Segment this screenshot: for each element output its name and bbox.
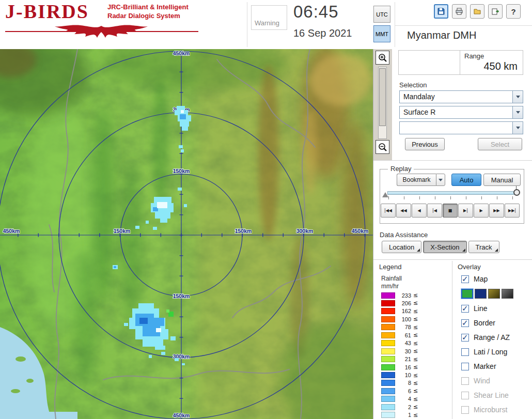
option-dropdown-button[interactable] [513,121,523,134]
clock-time: 06:45 [293,2,339,22]
transport-glyph: ■ [448,208,452,213]
ring-label: 300km [296,228,314,234]
scrollbar-thumb[interactable] [379,68,386,126]
option-dropdown-value[interactable] [399,121,513,134]
replay-timeline-slider[interactable] [387,191,517,195]
legend-color-swatch [381,396,395,402]
legend-entry: 16 ≤ [381,364,418,370]
legend-value: 43 [397,340,411,346]
magnifier-minus-icon [378,142,388,152]
map-style-navy-swatch[interactable] [475,289,487,299]
checkbox[interactable] [461,363,469,370]
legend-operator: ≤ [413,364,418,370]
option-dropdown[interactable] [399,121,523,134]
play-button[interactable]: ▶ [474,204,489,218]
jump-to-end-button[interactable]: ▶▶| [505,204,520,218]
transport-glyph: |◀◀ [384,208,392,213]
legend-color-swatch [381,308,395,314]
legend-operator: ≤ [413,404,418,410]
legend-color-swatch [381,372,395,378]
transport-glyph: ◀ [417,208,420,213]
product-dropdown-button[interactable] [513,106,523,119]
open-folder-button[interactable] [470,4,484,19]
ring-label: 450km [352,228,369,234]
play-reverse-button[interactable]: ◀ [412,204,427,218]
header-divider [395,2,395,47]
product-dropdown-value[interactable]: Surface R [399,106,513,119]
map-style-green-swatch[interactable] [461,289,473,299]
map-vertical-scrollbar[interactable] [378,67,387,139]
ring-label: 450km [173,50,190,56]
site-dropdown-button[interactable] [513,90,523,103]
zoom-out-button[interactable] [375,140,389,154]
legend-operator: ≤ [413,348,418,354]
site-dropdown[interactable]: Mandalay [399,90,523,103]
fast-rewind-button[interactable]: ◀◀ [396,204,411,218]
overlay-item-label: Wind [474,377,490,385]
checkbox[interactable] [461,305,469,313]
site-dropdown-value[interactable]: Mandalay [399,90,513,103]
zoom-in-button[interactable] [375,51,389,65]
map-style-gray-swatch[interactable] [502,289,513,299]
print-button[interactable] [452,4,466,19]
legend-color-swatch [381,332,395,338]
panel-divider [373,160,532,161]
checkbox[interactable] [461,377,469,385]
step-back-button[interactable]: |◀ [427,204,442,218]
checkbox[interactable] [461,275,469,283]
export-icon [491,7,500,16]
legend-color-swatch [381,380,395,386]
product-dropdown[interactable]: Surface R [399,106,523,119]
bookmark-dropdown-button[interactable]: Bookmark [397,174,445,186]
checkbox[interactable] [461,406,469,414]
help-button[interactable]: ? [506,4,521,19]
overlay-item-label: Map [474,275,488,283]
overlay-item-border: Border [461,316,530,330]
legend-color-swatch [381,340,395,346]
location-button[interactable]: Location [382,241,421,253]
checkbox[interactable] [461,334,469,342]
previous-button[interactable]: Previous [405,138,445,150]
auto-mode-button[interactable]: Auto [451,174,481,186]
overlay-item-label: Line [474,304,487,313]
utc-toggle-button[interactable]: UTC [373,6,390,23]
legend-entry: 162 ≤ [381,308,418,315]
legend-color-swatch [381,324,395,330]
legend-entry: 100 ≤ [381,316,418,322]
stop-button[interactable]: ■ [443,204,458,218]
fast-forward-button[interactable]: ▶▶ [489,204,504,218]
overlay-item-lati-long: Lati / Long [461,345,530,359]
timeline-position-knob[interactable] [513,189,520,196]
radar-map-viewport[interactable]: 450km 300km 150km 150km 300km 450km 450k… [0,49,373,419]
checkbox[interactable] [461,319,469,327]
chevron-down-icon [516,127,520,129]
header-bar: J-BIRDS JRC-Brilliant & Intelligent Rada… [0,0,532,50]
overlay-item-range-az: Range / AZ [461,330,530,345]
x-section-button[interactable]: X-Section [423,241,466,253]
export-button[interactable] [488,4,503,19]
save-button[interactable] [434,4,448,19]
legend-value: 30 [397,348,411,354]
legend-operator: ≤ [413,292,418,299]
legend-operator: ≤ [413,387,418,394]
legend-entry: 43 ≤ [381,340,418,347]
legend-color-swatch [381,356,395,362]
mmt-toggle-button[interactable]: MMT [373,25,390,42]
header-divider [395,25,532,26]
map-style-olive-swatch[interactable] [488,289,500,299]
bookmark-button[interactable]: Bookmark [397,174,436,186]
clock-date: 16 Sep 2021 [293,27,352,39]
toolbar: ? [434,4,521,19]
legend-operator: ≤ [413,356,418,363]
manual-mode-button[interactable]: Manual [483,174,521,186]
step-forward-button[interactable]: ▶| [458,204,473,218]
checkbox[interactable] [461,392,469,399]
panel-divider [373,259,532,260]
jump-to-start-button[interactable]: |◀◀ [381,204,396,218]
track-button[interactable]: Track [468,241,499,253]
bookmark-arrow-button[interactable] [436,174,445,186]
legend-operator: ≤ [413,396,418,402]
warning-label: Warning [255,19,279,27]
overlay-item-label: Border [474,319,495,327]
checkbox[interactable] [461,348,469,356]
